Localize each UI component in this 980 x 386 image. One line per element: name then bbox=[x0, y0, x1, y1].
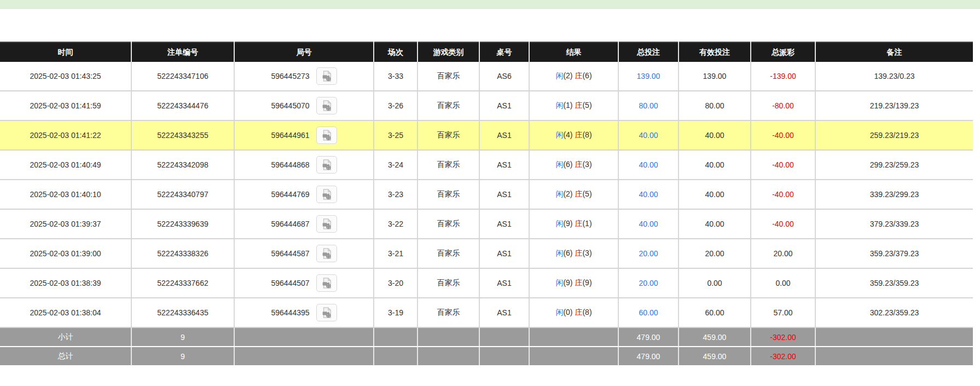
video-file-icon bbox=[321, 277, 333, 289]
video-file-icon bbox=[321, 307, 333, 319]
cell-bet-number: 522243342098 bbox=[131, 150, 234, 180]
video-file-icon bbox=[321, 100, 333, 112]
cell-table-number: AS1 bbox=[479, 268, 529, 298]
cell-remark: 259.23/219.23 bbox=[815, 120, 973, 150]
video-replay-button[interactable] bbox=[316, 274, 337, 292]
cell-payout: -40.00 bbox=[751, 209, 815, 239]
table-row[interactable]: 2025-02-03 01:39:37 522243339639 5964446… bbox=[0, 209, 973, 239]
video-replay-button[interactable] bbox=[316, 304, 337, 321]
cell-time: 2025-02-03 01:38:04 bbox=[0, 298, 131, 327]
cell-game-type: 百家乐 bbox=[417, 298, 479, 327]
video-replay-button[interactable] bbox=[316, 245, 337, 262]
cell-total-bet: 20.00 bbox=[618, 239, 679, 268]
video-replay-button[interactable] bbox=[316, 97, 337, 114]
bet-history-section: 时间注单编号局号场次游戏类别桌号结果总投注有效投注总派彩备注 2025-02-0… bbox=[0, 42, 980, 366]
table-row[interactable]: 2025-02-03 01:41:22 522243343255 5964449… bbox=[0, 120, 973, 150]
total-bet-link[interactable]: 60.00 bbox=[639, 308, 658, 317]
summary-valid-bet: 459.00 bbox=[679, 347, 751, 366]
table-row[interactable]: 2025-02-03 01:43:25 522243347106 5964452… bbox=[0, 62, 973, 91]
total-bet-link[interactable]: 40.00 bbox=[639, 131, 658, 140]
cell-payout: -40.00 bbox=[751, 150, 815, 180]
grand-total-row: 总计 9 479.00 459.00 -302.00 bbox=[0, 347, 973, 366]
cell-session: 3-22 bbox=[374, 209, 417, 239]
video-replay-button[interactable] bbox=[316, 186, 337, 203]
player-result-score: (6) bbox=[563, 160, 572, 169]
cell-session: 3-21 bbox=[374, 239, 417, 268]
cell-payout: 57.00 bbox=[751, 298, 815, 327]
player-result-label: 闲 bbox=[555, 71, 563, 80]
cell-total-bet: 40.00 bbox=[618, 180, 679, 209]
cell-table-number: AS1 bbox=[479, 180, 529, 209]
summary-count: 9 bbox=[131, 347, 234, 366]
player-result-score: (2) bbox=[563, 189, 572, 198]
video-file-icon bbox=[321, 70, 333, 82]
round-number: 596444868 bbox=[271, 160, 309, 169]
table-row[interactable]: 2025-02-03 01:41:59 522243344476 5964450… bbox=[0, 91, 973, 120]
cell-valid-bet: 20.00 bbox=[679, 239, 751, 268]
cell-bet-number: 522243338326 bbox=[131, 239, 234, 268]
video-file-icon bbox=[321, 129, 333, 141]
banker-result-score: (6) bbox=[582, 71, 592, 80]
column-header-round_no: 局号 bbox=[234, 42, 374, 62]
player-result-score: (4) bbox=[563, 130, 572, 139]
video-replay-button[interactable] bbox=[316, 126, 337, 144]
banker-result-label: 庄 bbox=[575, 308, 582, 316]
summary-payout: -302.00 bbox=[751, 327, 815, 347]
cell-table-number: AS1 bbox=[479, 209, 529, 239]
cell-table-number: AS1 bbox=[479, 150, 529, 180]
cell-bet-number: 522243340797 bbox=[131, 180, 234, 209]
banker-result-score: (1) bbox=[582, 219, 592, 228]
round-number: 596444769 bbox=[271, 190, 309, 199]
player-result-label: 闲 bbox=[555, 130, 563, 139]
cell-game-type: 百家乐 bbox=[417, 209, 479, 239]
cell-round-number: 596444769 bbox=[234, 180, 374, 209]
cell-round-number: 596444687 bbox=[234, 209, 374, 239]
cell-game-type: 百家乐 bbox=[417, 268, 479, 298]
cell-remark: 302.23/359.23 bbox=[815, 298, 973, 327]
cell-result: 闲(2) 庄(5) bbox=[529, 180, 618, 209]
table-row[interactable]: 2025-02-03 01:40:49 522243342098 5964448… bbox=[0, 150, 973, 180]
player-result-label: 闲 bbox=[555, 249, 563, 257]
summary-label: 小计 bbox=[0, 327, 131, 347]
cell-time: 2025-02-03 01:43:25 bbox=[0, 62, 131, 91]
cell-round-number: 596444961 bbox=[234, 120, 374, 150]
cell-table-number: AS1 bbox=[479, 120, 529, 150]
round-number: 596444395 bbox=[271, 308, 309, 317]
total-bet-link[interactable]: 20.00 bbox=[639, 249, 658, 258]
cell-total-bet: 60.00 bbox=[618, 298, 679, 327]
cell-bet-number: 522243343255 bbox=[131, 120, 234, 150]
table-row[interactable]: 2025-02-03 01:38:04 522243336435 5964443… bbox=[0, 298, 973, 327]
total-bet-link[interactable]: 139.00 bbox=[637, 72, 660, 80]
table-row[interactable]: 2025-02-03 01:40:10 522243340797 5964447… bbox=[0, 180, 973, 209]
cell-result: 闲(9) 庄(9) bbox=[529, 268, 618, 298]
video-replay-button[interactable] bbox=[316, 156, 337, 174]
cell-session: 3-24 bbox=[374, 150, 417, 180]
video-replay-button[interactable] bbox=[316, 215, 337, 233]
banker-result-score: (5) bbox=[582, 189, 592, 198]
total-bet-link[interactable]: 20.00 bbox=[639, 279, 658, 287]
total-bet-link[interactable]: 40.00 bbox=[639, 160, 658, 169]
total-bet-link[interactable]: 40.00 bbox=[639, 190, 658, 199]
cell-table-number: AS1 bbox=[479, 91, 529, 120]
video-file-icon bbox=[321, 159, 333, 171]
cell-remark: 299.23/259.23 bbox=[815, 150, 973, 180]
cell-session: 3-23 bbox=[374, 180, 417, 209]
cell-payout: 0.00 bbox=[751, 268, 815, 298]
table-row[interactable]: 2025-02-03 01:38:39 522243337662 5964445… bbox=[0, 268, 973, 298]
cell-total-bet: 40.00 bbox=[618, 150, 679, 180]
round-number: 596445070 bbox=[271, 101, 309, 110]
cell-remark: 359.23/379.23 bbox=[815, 239, 973, 268]
total-bet-link[interactable]: 80.00 bbox=[639, 101, 658, 110]
total-bet-link[interactable]: 40.00 bbox=[639, 220, 658, 228]
video-replay-button[interactable] bbox=[316, 67, 337, 85]
player-result-score: (9) bbox=[563, 278, 572, 287]
column-header-session: 场次 bbox=[374, 42, 417, 62]
table-row[interactable]: 2025-02-03 01:39:00 522243338326 5964445… bbox=[0, 239, 973, 268]
player-result-label: 闲 bbox=[555, 219, 563, 228]
cell-total-bet: 40.00 bbox=[618, 120, 679, 150]
round-number: 596444587 bbox=[271, 249, 309, 258]
summary-count: 9 bbox=[131, 327, 234, 347]
cell-round-number: 596445070 bbox=[234, 91, 374, 120]
cell-result: 闲(1) 庄(5) bbox=[529, 91, 618, 120]
banker-result-score: (8) bbox=[582, 130, 592, 139]
